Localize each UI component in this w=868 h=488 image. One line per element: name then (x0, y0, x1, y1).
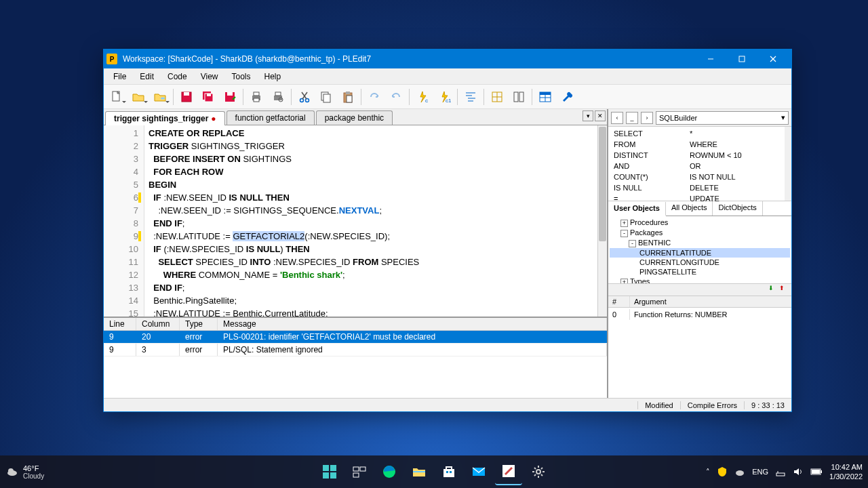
start-button[interactable] (316, 458, 343, 485)
svg-text:c: c (425, 98, 428, 104)
pledit-icon[interactable] (495, 458, 522, 485)
tab-dropdown-button[interactable]: ▾ (583, 110, 593, 121)
tree-node[interactable]: +Procedures (610, 218, 790, 228)
edge-icon[interactable] (376, 458, 403, 485)
save-db-button[interactable] (220, 87, 240, 107)
svg-rect-54 (443, 469, 454, 477)
taskbar[interactable]: 46°FCloudy ˄ ENG 10:42 AM 1/30/2022 (0, 455, 868, 488)
battery-icon[interactable] (810, 468, 823, 476)
status-modified: Modified (637, 401, 680, 409)
menu-file[interactable]: File (106, 70, 133, 83)
sql-keyword[interactable]: OR (688, 162, 764, 173)
tab-package-benthic[interactable]: package benthic (316, 110, 393, 125)
tools-button[interactable] (557, 87, 577, 107)
tree-up-button[interactable]: ⬆ (779, 285, 789, 294)
sql-keyword[interactable]: FROM (612, 140, 688, 151)
sql-up-button[interactable]: ‹ (611, 112, 623, 124)
sql-keyword[interactable]: DISTINCT (612, 151, 688, 162)
language-indicator[interactable]: ENG (752, 468, 768, 476)
copy-button[interactable] (316, 87, 336, 107)
task-view-button[interactable] (346, 458, 373, 485)
print-preview-button[interactable] (268, 87, 288, 107)
sql-keyword[interactable]: SELECT (612, 129, 688, 140)
code-editor[interactable]: 123456789101112131415 CREATE OR REPLACET… (104, 125, 607, 317)
tab-close-button[interactable]: ✕ (595, 110, 606, 121)
svg-rect-26 (346, 92, 350, 94)
error-row[interactable]: 920errorPLS-00201: identifier 'GETFACTOR… (104, 331, 607, 344)
svg-rect-50 (360, 467, 366, 471)
new-file-button[interactable] (106, 87, 127, 107)
grid-button[interactable] (487, 87, 507, 107)
svg-text:c1: c1 (446, 98, 451, 104)
tab-trigger-sightings_trigger[interactable]: trigger sightings_trigger● (105, 111, 225, 125)
clock[interactable]: 10:42 AM 1/30/2022 (829, 462, 863, 481)
tree-node[interactable]: -Packages (610, 228, 790, 238)
object-tree[interactable]: +Procedures-Packages-BENTHICCURRENTLATIT… (608, 216, 791, 284)
menu-code[interactable]: Code (161, 70, 194, 83)
sql-keyword[interactable]: WHERE (688, 140, 764, 151)
settings-icon[interactable] (525, 458, 552, 485)
volume-icon[interactable] (793, 466, 804, 477)
sql-x-button[interactable]: › (641, 112, 653, 124)
maximize-button[interactable] (726, 49, 757, 68)
weather-widget[interactable]: 46°FCloudy (5, 464, 44, 480)
save-all-button[interactable] (198, 87, 218, 107)
menu-edit[interactable]: Edit (133, 70, 161, 83)
svg-rect-55 (446, 471, 448, 473)
minimize-button[interactable] (695, 49, 726, 68)
editor-scrollbar[interactable] (597, 125, 607, 317)
tree-down-button[interactable]: ⬇ (768, 285, 778, 294)
close-button[interactable] (757, 49, 789, 68)
redo-button[interactable] (364, 87, 384, 107)
sql-keyword[interactable]: AND (612, 162, 688, 173)
wifi-icon[interactable] (775, 466, 786, 477)
tree-node[interactable]: CURRENTLONGITUDE (610, 258, 790, 267)
explorer-icon[interactable] (406, 458, 433, 485)
sql-grid-scrollbar[interactable] (785, 127, 791, 201)
save-button[interactable] (176, 87, 197, 107)
sql-down-button[interactable]: _ (626, 112, 638, 124)
print-button[interactable] (246, 87, 267, 107)
onedrive-icon[interactable] (734, 466, 745, 477)
sql-keyword[interactable]: ROWNUM < 10 (688, 151, 764, 162)
open-db-button[interactable] (150, 87, 170, 107)
tree-node[interactable]: PINGSATELLITE (610, 267, 790, 277)
error-panel: LineColumnTypeMessage 920errorPLS-00201:… (104, 317, 607, 398)
paste-button[interactable] (338, 87, 358, 107)
svg-rect-1 (739, 56, 745, 62)
tree-node[interactable]: CURRENTLATITUDE (610, 248, 790, 258)
sql-keyword[interactable]: IS NOT NULL (688, 173, 764, 184)
table-button[interactable] (535, 87, 555, 107)
execute-step-button[interactable]: c1 (434, 87, 454, 107)
open-file-button[interactable] (128, 87, 149, 107)
svg-rect-12 (227, 92, 233, 96)
statusbar: Modified Compile Errors 9 : 33 : 13 (104, 398, 791, 411)
execute-button[interactable]: c (412, 87, 433, 107)
sql-keyword[interactable]: * (688, 129, 764, 140)
tray-chevron-icon[interactable]: ˄ (706, 468, 710, 476)
security-icon[interactable] (717, 466, 728, 477)
svg-rect-7 (184, 92, 189, 96)
cut-button[interactable] (294, 87, 315, 107)
tree-node[interactable]: +Types (610, 277, 790, 284)
tab-function-getfactorial[interactable]: function getfactorial (226, 110, 315, 125)
columns-button[interactable] (509, 87, 529, 107)
menu-tools[interactable]: Tools (225, 70, 258, 83)
sql-keyword[interactable]: COUNT(*) (612, 173, 688, 184)
menu-view[interactable]: View (194, 70, 225, 83)
sql-keyword[interactable]: DELETE (688, 184, 764, 195)
menu-help[interactable]: Help (258, 70, 288, 83)
store-icon[interactable] (435, 458, 462, 485)
sql-keyword[interactable]: IS NULL (612, 184, 688, 195)
sqlbuilder-dropdown[interactable]: SQLBuilder▾ (656, 111, 789, 125)
svg-rect-27 (347, 96, 352, 102)
mail-icon[interactable] (465, 458, 492, 485)
format-button[interactable] (460, 87, 481, 107)
obj-tab-user-objects[interactable]: User Objects (608, 202, 666, 216)
error-row[interactable]: 93errorPL/SQL: Statement ignored (104, 344, 607, 357)
toolbar: c c1 (104, 85, 791, 109)
tree-node[interactable]: -BENTHIC (610, 238, 790, 248)
sql-keyword[interactable]: UPDATE (688, 195, 764, 205)
titlebar[interactable]: P Workspace: [SharkCode] - SharkDB (shar… (104, 49, 791, 68)
undo-button[interactable] (386, 87, 406, 107)
